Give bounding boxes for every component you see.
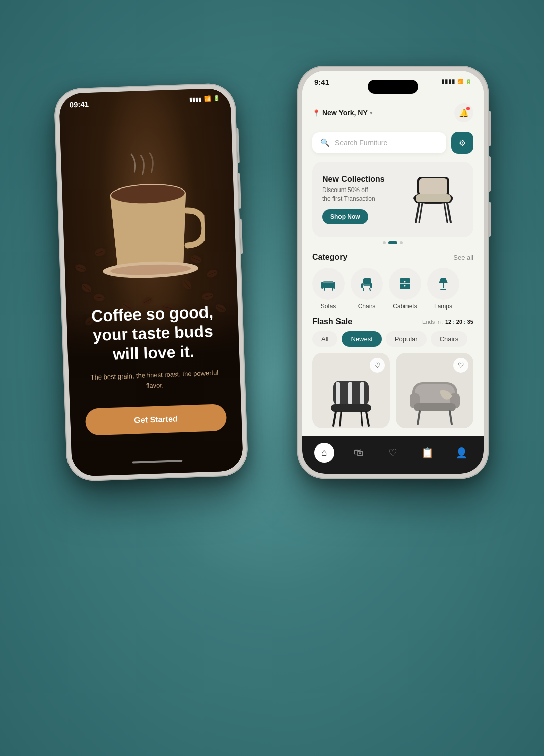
flash-sale-header: Flash Sale Ends in : 12 : 20 : 35 <box>302 315 484 329</box>
svg-line-49 <box>450 411 452 424</box>
banner-chair-svg <box>403 172 463 227</box>
search-icon: 🔍 <box>320 138 330 147</box>
get-started-button[interactable]: Get Started <box>85 404 227 436</box>
categories-row: Sofas <box>302 265 484 315</box>
nav-wishlist[interactable]: ♡ <box>383 443 403 463</box>
furniture-header: 📍 New York, NY ▾ 🔔 <box>302 98 484 128</box>
cabinets-label: Cabinets <box>393 303 417 310</box>
battery-icon: 🔋 <box>213 95 220 102</box>
svg-line-42 <box>361 412 362 426</box>
filter-button[interactable]: ⚙ <box>451 132 473 154</box>
timer-seconds: 35 <box>467 319 473 325</box>
filter-tab-chairs[interactable]: Chairs <box>431 331 468 347</box>
nav-profile[interactable]: 👤 <box>451 443 471 463</box>
timer-sep-1: : <box>453 319 455 325</box>
svg-rect-34 <box>348 382 352 404</box>
sofas-label: Sofas <box>321 303 336 310</box>
wishlist-button-2[interactable]: ♡ <box>453 358 468 373</box>
dot-1 <box>383 241 386 244</box>
svg-rect-7 <box>419 178 447 195</box>
dot-2-active <box>388 241 397 244</box>
svg-line-39 <box>333 412 336 426</box>
nav-shop[interactable]: 🛍 <box>349 443 369 463</box>
coffee-subtitle: The best grain, the finest roast, the po… <box>84 368 225 393</box>
dynamic-island <box>368 80 418 94</box>
bottom-navigation: ⌂ 🛍 ♡ 📋 👤 <box>302 436 484 474</box>
location-text[interactable]: New York, NY <box>322 109 368 117</box>
right-signal-icon: ▮▮▮▮ <box>441 78 455 85</box>
furniture-app-content: 📍 New York, NY ▾ 🔔 🔍 Search Furniture <box>302 98 484 474</box>
filter-icon: ⚙ <box>459 138 466 148</box>
category-see-all[interactable]: See all <box>453 254 473 261</box>
svg-rect-47 <box>414 403 456 411</box>
cabinet-icon <box>397 276 413 291</box>
heart-icon: ♡ <box>388 447 397 459</box>
banner-subtitle: Discount 50% off the first Transaction <box>322 186 403 203</box>
banner-text: New Collections Discount 50% off the fir… <box>322 175 403 224</box>
svg-point-27 <box>404 281 406 283</box>
svg-line-41 <box>340 412 341 426</box>
search-placeholder: Search Furniture <box>335 139 387 147</box>
product-chair-1-svg <box>321 363 381 428</box>
right-wifi-icon: 📶 <box>457 79 463 84</box>
sofa-icon <box>320 277 336 291</box>
right-status-time: 9:41 <box>314 78 329 86</box>
lamp-icon <box>436 276 451 291</box>
right-phone: 9:41 ▮▮▮▮ 📶 🔋 📍 New York, NY ▾ 🔔 <box>297 66 489 479</box>
nav-orders[interactable]: 📋 <box>417 443 437 463</box>
wishlist-button-1[interactable]: ♡ <box>370 358 385 373</box>
product-card-1[interactable]: ♡ <box>312 353 390 428</box>
filter-tab-all[interactable]: All <box>312 331 337 347</box>
phones-container: 09:41 ▮▮▮▮ 📶 🔋 <box>45 25 499 731</box>
timer-hours: 12 <box>445 319 451 325</box>
svg-line-40 <box>366 412 369 426</box>
product-card-2[interactable]: ♡ <box>396 353 473 428</box>
location-dropdown-icon[interactable]: ▾ <box>370 110 373 116</box>
category-item-sofas[interactable]: Sofas <box>312 268 345 310</box>
profile-icon: 👤 <box>455 447 468 459</box>
filter-tab-popular[interactable]: Popular <box>386 331 427 347</box>
left-status-icons: ▮▮▮▮ 📶 🔋 <box>189 95 220 103</box>
chairs-icon-circle <box>351 268 383 300</box>
shop-now-button[interactable]: Shop Now <box>322 209 368 224</box>
svg-rect-20 <box>363 283 371 286</box>
nav-home[interactable]: ⌂ <box>314 443 334 463</box>
svg-rect-29 <box>443 283 444 288</box>
banner-card: New Collections Discount 50% off the fir… <box>312 162 473 237</box>
left-phone: 09:41 ▮▮▮▮ 📶 🔋 <box>53 83 248 482</box>
timer-label: Ends in : <box>422 319 444 325</box>
left-phone-screen: 09:41 ▮▮▮▮ 📶 🔋 <box>59 88 243 476</box>
lamps-icon-circle <box>427 268 459 300</box>
svg-point-28 <box>404 285 406 287</box>
dot-3 <box>400 241 403 244</box>
banner-dots <box>302 241 484 244</box>
svg-rect-33 <box>342 382 346 404</box>
right-phone-screen: 9:41 ▮▮▮▮ 📶 🔋 📍 New York, NY ▾ 🔔 <box>302 71 484 474</box>
notification-button[interactable]: 🔔 <box>454 103 473 122</box>
svg-line-9 <box>447 203 451 222</box>
signal-icon: ▮▮▮▮ <box>189 96 201 103</box>
svg-rect-14 <box>321 282 323 289</box>
chair-icon <box>359 276 374 291</box>
category-item-chairs[interactable]: Chairs <box>351 268 383 310</box>
search-container: 🔍 Search Furniture ⚙ <box>302 128 484 158</box>
search-bar[interactable]: 🔍 Search Furniture <box>312 132 446 153</box>
location-pin-icon: 📍 <box>312 109 320 117</box>
left-status-time: 09:41 <box>69 100 89 109</box>
coffee-headline: Coffee so good, your taste buds will lov… <box>82 302 225 365</box>
svg-rect-15 <box>333 282 335 289</box>
category-item-cabinets[interactable]: Cabinets <box>389 268 421 310</box>
timer-sep-2: : <box>464 319 466 325</box>
timer-area: Ends in : 12 : 20 : 35 <box>422 319 473 325</box>
svg-line-48 <box>418 411 420 424</box>
svg-rect-21 <box>361 283 363 288</box>
category-title: Category <box>312 253 347 262</box>
svg-rect-12 <box>416 194 451 202</box>
category-item-lamps[interactable]: Lamps <box>427 268 459 310</box>
product-chair-2-svg <box>404 363 465 428</box>
products-row: ♡ <box>302 351 484 430</box>
right-battery-icon: 🔋 <box>465 79 471 84</box>
timer-minutes: 20 <box>456 319 462 325</box>
filter-tab-newest[interactable]: Newest <box>342 331 381 347</box>
shop-icon: 🛍 <box>354 447 364 458</box>
